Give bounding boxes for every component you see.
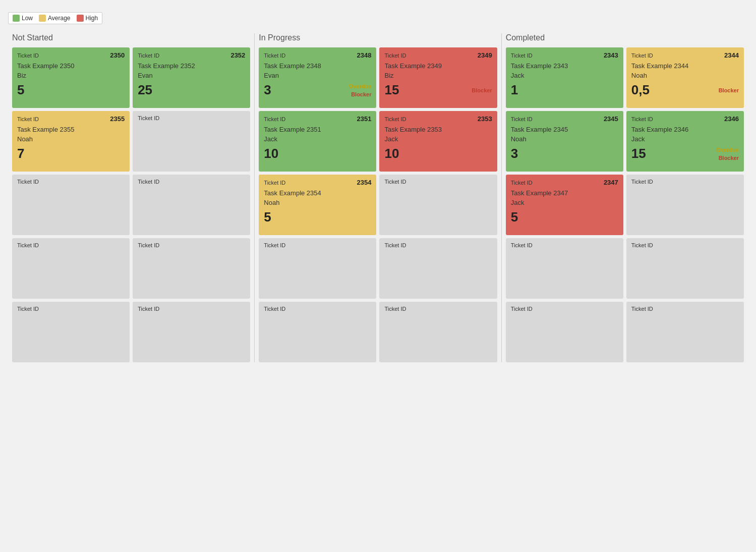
card-title: Task Example 2346 — [631, 126, 739, 133]
ticket-card-2351[interactable]: Ticket ID 2351 Task Example 2351 Jack 10 — [259, 111, 376, 172]
empty-card: Ticket ID — [12, 175, 130, 235]
card-header: Ticket ID 2344 — [631, 51, 739, 59]
card-header: Ticket ID 2345 — [511, 115, 618, 123]
card-header: Ticket ID 2343 — [511, 51, 618, 59]
ticket-card-2355[interactable]: Ticket ID 2355 Task Example 2355 Noah 7 — [12, 111, 130, 172]
card-header: Ticket ID — [138, 179, 245, 185]
card-header: Ticket ID — [138, 242, 245, 248]
card-header: Ticket ID — [17, 179, 125, 185]
card-header: Ticket ID — [264, 306, 371, 312]
ticket-id-label: Ticket ID — [138, 306, 159, 312]
card-footer: 15 Blocker — [384, 82, 492, 98]
card-person: Jack — [384, 135, 492, 143]
empty-card: Ticket ID — [626, 175, 744, 235]
legend-item: High — [77, 15, 98, 22]
ticket-card-2348[interactable]: Ticket ID 2348 Task Example 2348 Evan 3 … — [259, 47, 376, 108]
card-tags: Blocker — [719, 87, 739, 93]
ticket-id-value: 2353 — [478, 115, 492, 123]
card-number: 7 — [17, 146, 24, 161]
empty-card: Ticket ID — [12, 238, 130, 299]
ticket-id-label: Ticket ID — [384, 179, 406, 185]
ticket-id-label: Ticket ID — [511, 242, 533, 248]
card-tags: Overdue Blocker — [349, 83, 372, 97]
ticket-card-2345[interactable]: Ticket ID 2345 Task Example 2345 Noah 3 — [506, 111, 623, 172]
card-header: Ticket ID — [384, 242, 492, 248]
card-footer: 5 — [264, 209, 371, 225]
blocker-tag: Blocker — [719, 87, 739, 93]
empty-card: Ticket ID — [133, 238, 250, 299]
ticket-id-value: 2347 — [604, 179, 618, 186]
ticket-card-2353[interactable]: Ticket ID 2353 Task Example 2353 Jack 10 — [379, 111, 497, 172]
column-title: In Progress — [259, 33, 497, 42]
column-not-started: Not Started Ticket ID 2350 Task Example … — [8, 33, 255, 362]
card-number: 10 — [384, 146, 399, 161]
card-person: Noah — [511, 135, 618, 143]
ticket-id-label: Ticket ID — [384, 52, 406, 59]
ticket-id-label: Ticket ID — [138, 52, 159, 59]
ticket-card-2344[interactable]: Ticket ID 2344 Task Example 2344 Noah 0,… — [626, 47, 744, 108]
ticket-card-2350[interactable]: Ticket ID 2350 Task Example 2350 Biz 5 — [12, 47, 130, 108]
card-number: 0,5 — [631, 82, 650, 98]
card-title: Task Example 2349 — [384, 62, 492, 70]
card-header: Ticket ID — [631, 306, 739, 312]
card-header: Ticket ID — [511, 242, 618, 248]
ticket-id-label: Ticket ID — [17, 52, 39, 59]
card-footer: 3 — [511, 146, 618, 161]
ticket-id-label: Ticket ID — [631, 52, 653, 59]
ticket-card-2349[interactable]: Ticket ID 2349 Task Example 2349 Biz 15 … — [379, 47, 497, 108]
card-title: Task Example 2350 — [17, 62, 125, 70]
card-header: Ticket ID — [384, 306, 492, 312]
ticket-id-label: Ticket ID — [511, 116, 533, 122]
ticket-card-2343[interactable]: Ticket ID 2343 Task Example 2343 Jack 1 — [506, 47, 623, 108]
card-title: Task Example 2345 — [511, 126, 618, 133]
ticket-id-label: Ticket ID — [264, 52, 285, 59]
card-header: Ticket ID 2355 — [17, 115, 125, 123]
ticket-id-label: Ticket ID — [384, 306, 406, 312]
card-person: Noah — [631, 72, 739, 79]
card-tags: Overdue Blocker — [716, 147, 739, 161]
card-person: Biz — [384, 72, 492, 79]
ticket-card-2354[interactable]: Ticket ID 2354 Task Example 2354 Noah 5 — [259, 175, 376, 235]
card-header: Ticket ID 2352 — [138, 51, 245, 59]
ticket-id-label: Ticket ID — [17, 242, 39, 248]
ticket-id-label: Ticket ID — [511, 52, 533, 59]
card-number: 5 — [17, 82, 24, 98]
empty-card: Ticket ID — [12, 302, 130, 362]
overdue-tag: Overdue — [716, 147, 739, 153]
card-person: Evan — [264, 72, 371, 79]
empty-card: Ticket ID — [506, 302, 623, 362]
card-number: 1 — [511, 82, 518, 98]
ticket-id-label: Ticket ID — [264, 180, 285, 186]
card-person: Jack — [511, 72, 618, 79]
ticket-id-label: Ticket ID — [264, 306, 285, 312]
card-title: Task Example 2353 — [384, 126, 492, 133]
empty-card: Ticket ID — [259, 302, 376, 362]
card-person: Evan — [138, 72, 245, 79]
ticket-id-value: 2348 — [357, 51, 372, 59]
ticket-card-2347[interactable]: Ticket ID 2347 Task Example 2347 Jack 5 — [506, 175, 623, 235]
card-footer: 0,5 Blocker — [631, 82, 739, 98]
card-title: Task Example 2348 — [264, 62, 371, 70]
ticket-card-2352[interactable]: Ticket ID 2352 Task Example 2352 Evan 25 — [133, 47, 250, 108]
card-header: Ticket ID — [138, 115, 245, 121]
card-header: Ticket ID 2346 — [631, 115, 739, 123]
card-footer: 10 — [384, 146, 492, 161]
card-header: Ticket ID 2354 — [264, 179, 371, 186]
card-person: Jack — [264, 135, 371, 143]
card-number: 10 — [264, 146, 278, 161]
ticket-id-label: Ticket ID — [138, 179, 159, 185]
card-footer: 5 — [511, 209, 618, 225]
ticket-id-label: Ticket ID — [631, 306, 653, 312]
ticket-id-value: 2344 — [724, 51, 739, 59]
card-number: 5 — [511, 209, 518, 225]
empty-card: Ticket ID — [379, 302, 497, 362]
empty-card: Ticket ID — [506, 238, 623, 299]
ticket-id-label: Ticket ID — [631, 116, 653, 122]
empty-card: Ticket ID — [626, 302, 744, 362]
card-number: 3 — [264, 82, 271, 98]
ticket-id-value: 2352 — [230, 51, 245, 59]
ticket-card-2346[interactable]: Ticket ID 2346 Task Example 2346 Jack 15… — [626, 111, 744, 172]
card-title: Task Example 2354 — [264, 189, 371, 197]
ticket-id-label: Ticket ID — [138, 242, 159, 248]
card-header: Ticket ID 2347 — [511, 179, 618, 186]
